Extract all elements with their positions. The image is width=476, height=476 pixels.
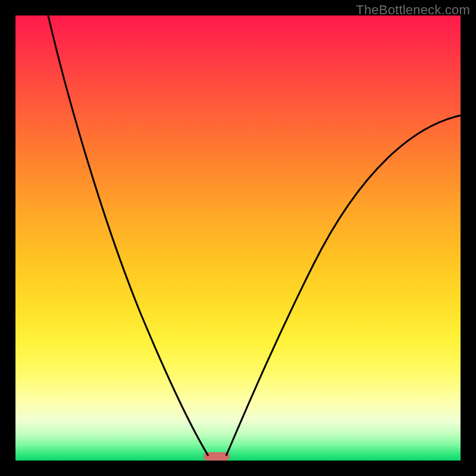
curve-left-branch bbox=[48, 15, 208, 456]
chart-curves bbox=[15, 15, 461, 461]
curve-right-branch bbox=[226, 115, 461, 456]
watermark-text: TheBottleneck.com bbox=[356, 2, 470, 18]
